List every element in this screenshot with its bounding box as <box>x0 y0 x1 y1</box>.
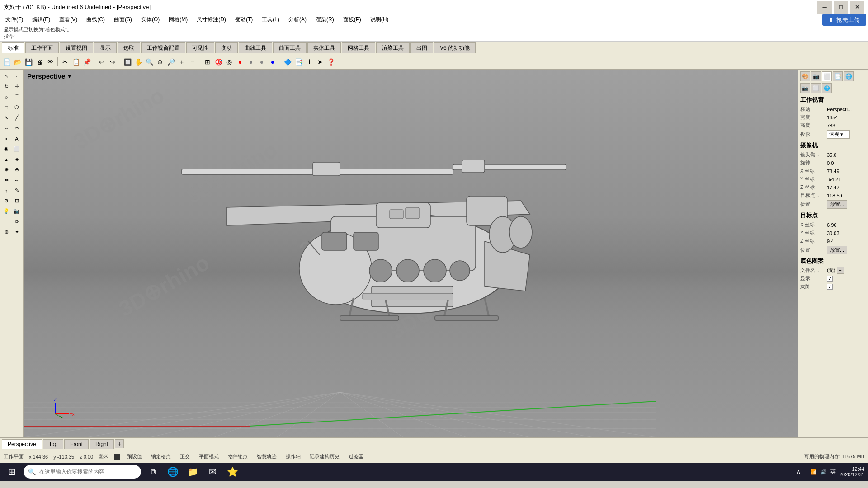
maximize-button[interactable]: □ <box>834 1 848 14</box>
open-btn[interactable]: 📂 <box>13 57 23 67</box>
tab-select[interactable]: 选取 <box>118 42 140 53</box>
btab-right[interactable]: Right <box>90 439 114 449</box>
status-smart-track[interactable]: 智慧轨迹 <box>255 453 278 460</box>
tab-visibility[interactable]: 可见性 <box>186 42 214 53</box>
rp-layer-icon[interactable]: 📑 <box>833 71 843 81</box>
rp-btn-cam-place[interactable]: 放置... <box>827 200 847 209</box>
light-tool[interactable]: 💡 <box>2 206 11 216</box>
tab-render-tools[interactable]: 渲染工具 <box>376 42 410 53</box>
osnap-btn[interactable]: ◎ <box>224 57 234 67</box>
dim-tool[interactable]: ↕ <box>2 186 11 195</box>
menu-analyze[interactable]: 分析(A) <box>285 15 310 24</box>
analyze-tool[interactable]: ⚙ <box>2 196 11 206</box>
rp-prop-icon[interactable]: ⬜ <box>822 71 832 81</box>
color4-btn[interactable]: ● <box>268 57 278 67</box>
arc-tool[interactable]: ⌒ <box>12 92 22 102</box>
rp-btn-tgt-place[interactable]: 放置... <box>827 246 847 254</box>
zoom-btn[interactable]: 🔍 <box>144 57 154 67</box>
extra-tool1[interactable]: ⊗ <box>2 227 11 237</box>
search-input[interactable] <box>39 469 137 475</box>
rect-tool[interactable]: □ <box>2 103 11 112</box>
menu-file[interactable]: 文件(F) <box>2 15 27 24</box>
color3-btn[interactable]: ● <box>257 57 267 67</box>
select-btn[interactable]: 🔲 <box>123 57 132 67</box>
status-ortho[interactable]: 正交 <box>178 453 192 460</box>
tab-mesh-tools[interactable]: 网格工具 <box>342 42 375 53</box>
menu-tools[interactable]: 工具(L) <box>258 15 283 24</box>
taskview-button[interactable]: ⧉ <box>145 464 161 480</box>
extrude-tool[interactable]: ▲ <box>2 155 11 164</box>
fillet-tool[interactable]: ⌣ <box>2 123 11 133</box>
obj-prop-btn[interactable]: ℹ <box>304 57 314 67</box>
rp-dropdown-projection[interactable]: 透视 ▾ <box>827 130 850 139</box>
text-tool[interactable]: A <box>12 134 22 143</box>
rp-checkbox-gray[interactable]: ✓ <box>827 284 833 290</box>
loft-tool[interactable]: ◈ <box>12 155 22 164</box>
bool-union[interactable]: ⊕ <box>2 165 11 174</box>
status-plane-mode[interactable]: 平面模式 <box>197 453 221 460</box>
poly-tool[interactable]: ⬡ <box>12 103 22 112</box>
sphere-tool[interactable]: ◉ <box>2 144 11 154</box>
tab-setview[interactable]: 设置视图 <box>60 42 93 53</box>
status-lock-grid[interactable]: 锁定格点 <box>149 453 173 460</box>
point-tool[interactable]: • <box>2 134 11 143</box>
help-btn[interactable]: ❓ <box>326 57 336 67</box>
curve-tool[interactable]: ∿ <box>2 113 11 122</box>
tab-solid-tools[interactable]: 实体工具 <box>307 42 341 53</box>
redo-btn[interactable]: ↪ <box>108 57 118 67</box>
menu-curve[interactable]: 曲线(C) <box>83 15 108 24</box>
tab-standard[interactable]: 标准 <box>2 42 24 53</box>
mail-button[interactable]: ✉ <box>204 464 221 480</box>
status-osnap[interactable]: 物件锁点 <box>226 453 250 460</box>
tab-draft[interactable]: 出图 <box>410 42 433 53</box>
tab-transform[interactable]: 变动 <box>215 42 238 53</box>
zoom-out-btn[interactable]: − <box>188 57 198 67</box>
app-button[interactable]: ⭐ <box>224 464 241 480</box>
bool-diff[interactable]: ⊖ <box>12 165 22 174</box>
cut-btn[interactable]: ✂ <box>60 57 70 67</box>
tab-workplane[interactable]: 工作平面 <box>25 42 59 53</box>
explorer-button[interactable]: 📁 <box>184 464 201 480</box>
mirror-tool[interactable]: ⇔ <box>2 175 11 185</box>
tab-curve-tools[interactable]: 曲线工具 <box>239 42 272 53</box>
start-button[interactable]: ⊞ <box>4 464 20 480</box>
viewport-area[interactable]: 3D⊕rhino 3D⊕rhino 3D⊕rhino 3D⊕rhino 3D⊕r… <box>24 70 798 437</box>
rotate-tool[interactable]: ↻ <box>2 82 11 91</box>
color1-btn[interactable]: ● <box>235 57 245 67</box>
menu-render[interactable]: 渲染(R) <box>312 15 338 24</box>
menu-transform[interactable]: 变动(T) <box>231 15 256 24</box>
viewport-dropdown-icon[interactable]: ▼ <box>67 74 72 79</box>
color2-btn[interactable]: ● <box>246 57 256 67</box>
paste-btn[interactable]: 📌 <box>82 57 92 67</box>
zoom-in-btn[interactable]: + <box>177 57 187 67</box>
menu-dim[interactable]: 尺寸标注(D) <box>193 15 230 24</box>
layer-btn[interactable]: 📑 <box>293 57 303 67</box>
rp-render-icon[interactable]: 📷 <box>811 71 821 81</box>
btab-perspective[interactable]: Perspective <box>2 439 42 449</box>
taskbar-chevron[interactable]: ∧ <box>791 464 807 480</box>
status-preset[interactable]: 预设值 <box>125 453 144 460</box>
undo-btn[interactable]: ↩ <box>97 57 107 67</box>
rp-color-icon[interactable]: 🎨 <box>800 71 810 81</box>
status-history[interactable]: 记录建构历史 <box>308 453 341 460</box>
rp-cam-icon[interactable]: 📷 <box>800 83 810 93</box>
menu-panel[interactable]: 面板(P) <box>340 15 365 24</box>
camera-tool[interactable]: 📷 <box>12 206 22 216</box>
scale-tool[interactable]: ↔ <box>12 175 22 185</box>
copy-btn[interactable]: 📋 <box>71 57 81 67</box>
snap-tool[interactable]: ⋯ <box>2 217 11 226</box>
zoom-all-btn[interactable]: ⊕ <box>155 57 165 67</box>
tab-viewport-config[interactable]: 工作视窗配置 <box>141 42 185 53</box>
extra-tool2[interactable]: ✦ <box>12 227 22 237</box>
menu-view[interactable]: 查看(V) <box>56 15 81 24</box>
move-tool[interactable]: ✛ <box>12 82 22 91</box>
status-filter[interactable]: 过滤器 <box>347 453 365 460</box>
dot-tool[interactable]: · <box>12 71 22 81</box>
status-gumball[interactable]: 操作轴 <box>284 453 302 460</box>
tab-display[interactable]: 显示 <box>94 42 117 53</box>
pan-btn[interactable]: ✋ <box>133 57 143 67</box>
close-button[interactable]: ✕ <box>850 1 864 14</box>
new-btn[interactable]: 📄 <box>2 57 12 67</box>
edge-button[interactable]: 🌐 <box>165 464 181 480</box>
minimize-button[interactable]: ─ <box>817 1 832 14</box>
